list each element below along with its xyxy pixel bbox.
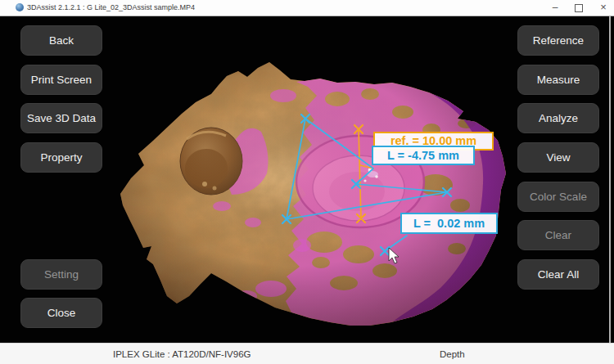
app-icon bbox=[16, 3, 24, 11]
window-title: 3DAssist 2.1.2.1 : G Lite_02_3DAssist sa… bbox=[27, 0, 195, 16]
mode-text: Depth bbox=[440, 344, 465, 364]
clear-all-button[interactable]: Clear All bbox=[517, 259, 599, 290]
measure-button[interactable]: Measure bbox=[517, 65, 599, 95]
title-bar: 3DAssist 2.1.2.1 : G Lite_02_3DAssist sa… bbox=[0, 0, 614, 16]
maximize-icon[interactable] bbox=[568, 0, 589, 16]
view-button[interactable]: View bbox=[517, 142, 599, 173]
depth-measure-label-1: L = -4.75 mm bbox=[372, 146, 475, 165]
print-screen-button[interactable]: Print Screen bbox=[20, 65, 102, 95]
color-scale-button[interactable]: Color Scale bbox=[517, 182, 599, 212]
status-bar: IPLEX GLite : AT120D/NF-IV96G Depth bbox=[0, 343, 614, 364]
save-3d-data-button[interactable]: Save 3D Data bbox=[20, 103, 102, 133]
device-info-text: IPLEX GLite : AT120D/NF-IV96G bbox=[113, 344, 251, 364]
clear-button[interactable]: Clear bbox=[517, 220, 599, 250]
reference-button[interactable]: Reference bbox=[517, 25, 599, 56]
close-button[interactable]: Close bbox=[20, 298, 102, 328]
app-window: ref. = 10.00 mm L = -4.75 mm L = 0.02 mm… bbox=[0, 0, 614, 364]
depth-measure-label-2: L = 0.02 mm bbox=[400, 213, 498, 234]
property-button[interactable]: Property bbox=[20, 142, 102, 173]
analyze-button[interactable]: Analyze bbox=[517, 103, 599, 133]
window-edge-strip bbox=[609, 16, 611, 343]
setting-button[interactable]: Setting bbox=[20, 259, 102, 290]
back-button[interactable]: Back bbox=[20, 25, 102, 56]
close-icon[interactable]: × bbox=[593, 0, 614, 16]
minimize-icon[interactable]: – bbox=[544, 0, 566, 16]
